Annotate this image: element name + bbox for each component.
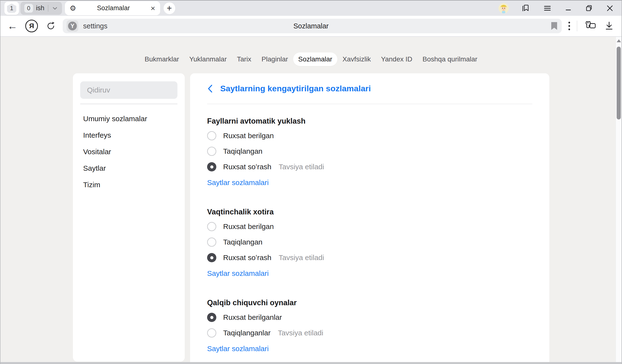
radio-label: Ruxsat soʻrash [223,254,271,262]
radio-icon[interactable] [207,313,216,322]
passwords-icon[interactable] [584,21,597,31]
section-fayllarni-avtomatik-yuklash: Fayllarni avtomatik yuklash Ruxsat beril… [207,117,532,187]
section-heading: Qalqib chiquvchi oynalar [207,298,532,307]
radio-option[interactable]: Ruxsat berilgan [207,219,532,234]
scrollbar[interactable] [616,37,622,364]
nav-tab-sozlamalar[interactable]: Sozlamalar [293,53,337,66]
radio-note: Tavsiya etiladi [278,329,323,337]
radio-label: Ruxsat berilganlar [223,313,282,322]
nav-tab-yandex-id[interactable]: Yandex ID [376,53,418,66]
tab-sozlamalar[interactable]: ⚙ Sozlamalar × [65,1,160,15]
sites-settings-link[interactable]: Saytlar sozlamalari [207,269,269,277]
sidebar-list: Umumiy sozlamalar Interfeys Vositalar Sa… [73,110,185,193]
radio-option[interactable]: Ruxsat berilgan [207,128,532,144]
radio-label: Ruxsat berilgan [223,222,274,231]
sites-settings-link[interactable]: Saytlar sozlamalari [207,179,269,187]
tab-strip-right [499,3,622,13]
radio-option[interactable]: Taqiqlangan [207,234,532,250]
toolbar: ← Я Y settings Sozlamalar [0,16,622,36]
radio-icon[interactable] [207,222,216,231]
settings-nav: Bukmarklar Yuklanmalar Tarix Plaginlar S… [0,53,622,66]
radio-icon[interactable] [207,147,216,156]
radio-label: Taqiqlanganlar [223,329,271,337]
window-minimize-button[interactable] [564,4,572,12]
radio-label: Taqiqlangan [223,238,263,246]
settings-panel: Saytlarning kengaytirilgan sozlamalari F… [190,73,549,363]
nav-tab-bukmarklar[interactable]: Bukmarklar [139,53,184,66]
sidebar-search [80,81,177,99]
bookmark-icon[interactable] [550,22,558,30]
section-vaqtinchalik-xotira: Vaqtinchalik xotira Ruxsat berilgan Taqi… [207,208,532,277]
tab-group-work[interactable]: 0 ish [20,2,62,15]
tab-close-icon[interactable]: × [151,4,155,12]
nav-tab-plaginlar[interactable]: Plaginlar [256,53,293,66]
scroll-up-arrow-icon[interactable] [617,39,621,42]
work-group-label: ish [36,4,44,12]
nav-tab-tarix[interactable]: Tarix [232,53,256,66]
tab-group-current[interactable]: 1 [4,2,19,15]
radio-option[interactable]: Taqiqlangan [207,144,532,159]
radio-option[interactable]: Ruxsat berilganlar [207,309,532,325]
nav-tab-xavfsizlik[interactable]: Xavfsizlik [337,53,376,66]
plus-icon: + [167,4,172,13]
sites-settings-link[interactable]: Saytlar sozlamalari [207,345,269,353]
radio-label: Ruxsat berilgan [223,132,274,140]
panel-header[interactable]: Saytlarning kengaytirilgan sozlamalari [207,73,532,104]
work-group-count: 0 [24,4,33,13]
sidebar-item-umumiy-sozlamalar[interactable]: Umumiy sozlamalar [73,110,185,127]
section-heading: Fayllarni avtomatik yuklash [207,117,532,126]
sidebar-item-saytlar[interactable]: Saytlar [73,160,185,177]
search-input[interactable] [80,81,177,99]
nav-tab-boshqa-qurilmalar[interactable]: Boshqa qurilmalar [417,53,483,66]
radio-icon[interactable] [207,253,216,262]
radio-option[interactable]: Ruxsat soʻrash Tavsiya etiladi [207,250,532,265]
radio-note: Tavsiya etiladi [279,163,324,171]
radio-option[interactable]: Ruxsat soʻrash Tavsiya etiladi [207,159,532,175]
tab-group-badge: 1 [7,4,16,13]
tab-group-count: 1 [10,5,13,12]
window-bottom-edge [0,362,622,364]
window-restore-button[interactable] [584,4,593,13]
menu-icon[interactable] [543,4,552,13]
radio-icon[interactable] [207,237,216,247]
download-icon[interactable] [604,21,614,31]
sidebar-item-interfeys[interactable]: Interfeys [73,127,185,144]
section-qalqib-chiquvchi-oynalar: Qalqib chiquvchi oynalar Ruxsat berilgan… [207,298,532,353]
radio-label: Taqiqlangan [223,147,263,155]
sidebar-divider [80,104,177,104]
settings-sidebar: Umumiy sozlamalar Interfeys Vositalar Sa… [73,73,185,362]
page-title-centered: Sozlamalar [293,22,329,30]
toolbar-divider [577,21,577,31]
page-content: Bukmarklar Yuklanmalar Tarix Plaginlar S… [0,37,622,364]
yandex-logo-icon[interactable]: Я [25,20,38,32]
panel-title: Saytlarning kengaytirilgan sozlamalari [220,84,371,93]
gear-icon: ⚙ [70,5,76,12]
new-tab-button[interactable]: + [164,2,175,14]
back-button[interactable]: ← [7,21,18,31]
nav-tab-yuklanmalar[interactable]: Yuklanmalar [184,53,232,66]
refresh-button[interactable] [46,21,56,31]
sidebar-item-vositalar[interactable]: Vositalar [73,144,185,160]
window-close-button[interactable] [605,4,614,13]
site-favicon-letter: Y [68,22,77,30]
section-heading: Vaqtinchalik xotira [207,208,532,216]
browser-window: 1 0 ish ⚙ Sozlamalar × + [0,0,622,364]
chevron-left-icon[interactable] [207,84,213,93]
url-text: settings [83,22,107,30]
radio-icon[interactable] [207,162,216,171]
scrollbar-thumb[interactable] [617,47,621,119]
radio-icon[interactable] [207,131,216,140]
radio-note: Tavsiya etiladi [279,254,324,262]
more-options-icon[interactable] [568,21,570,31]
tab-title: Sozlamalar [76,4,151,12]
radio-option[interactable]: Taqiqlanganlar Tavsiya etiladi [207,325,532,341]
tab-strip: 1 0 ish ⚙ Sozlamalar × + [0,0,622,16]
chevron-down-icon[interactable] [52,5,58,11]
bookmarks-panel-icon[interactable] [521,3,531,13]
radio-label: Ruxsat soʻrash [223,163,271,171]
radio-icon[interactable] [207,328,216,338]
group-divider [48,5,48,12]
profile-avatar[interactable] [499,3,509,13]
sidebar-item-tizim[interactable]: Tizim [73,177,185,193]
site-favicon: Y [67,20,78,32]
